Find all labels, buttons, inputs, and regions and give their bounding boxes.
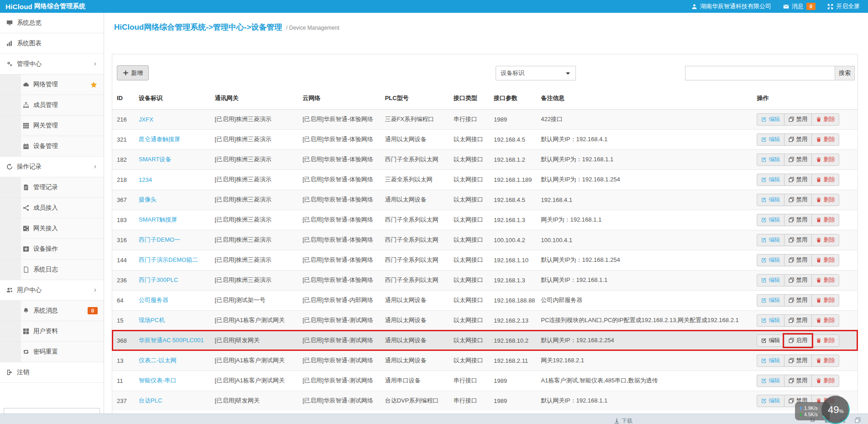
star-icon[interactable] [90, 81, 97, 88]
disable-button[interactable]: 禁用 [784, 133, 812, 146]
delete-button[interactable]: 删除 [811, 113, 839, 126]
edit-button[interactable]: 编辑 [757, 334, 784, 347]
upload-arrow-icon [799, 406, 803, 410]
edit-button[interactable]: 编辑 [757, 294, 784, 307]
device-link[interactable]: 华辰智通AC 500PLC001 [139, 337, 204, 344]
delete-button[interactable]: 删除 [811, 294, 839, 307]
delete-button[interactable]: 删除 [811, 334, 839, 347]
sidebar-item-member-management[interactable]: 成员管理 [0, 95, 104, 116]
sidebar-item-member-access[interactable]: 成员接入 [0, 198, 104, 218]
sidebar-item-system-logs[interactable]: 系统日志 [0, 260, 104, 280]
sidebar-item-label: 网关接入 [33, 224, 58, 233]
sidebar-item-system-overview[interactable]: 系统总览 [0, 13, 104, 33]
device-link[interactable]: 公司服务器 [139, 297, 168, 303]
edit-button[interactable]: 编辑 [757, 254, 784, 266]
pencil-icon [761, 378, 767, 383]
disable-button[interactable]: 禁用 [784, 254, 812, 266]
cell-plc: 通用以太网设备 [380, 330, 449, 350]
sidebar-item-gateway-management[interactable]: 网关管理 [0, 116, 104, 136]
edit-button[interactable]: 编辑 [757, 154, 784, 166]
sidebar-item-user-profile[interactable]: 用户资料 [0, 321, 104, 342]
delete-button[interactable]: 删除 [811, 133, 839, 146]
edit-button[interactable]: 编辑 [757, 133, 784, 146]
disable-button[interactable]: 禁用 [784, 274, 812, 286]
grid-icon [23, 122, 29, 129]
delete-button[interactable]: 删除 [811, 154, 839, 166]
disable-button[interactable]: 禁用 [784, 294, 812, 307]
edit-button[interactable]: 编辑 [757, 314, 784, 327]
fullscreen-toggle[interactable]: 开启全屏 [827, 2, 860, 11]
sidebar-item-system-charts[interactable]: 系统图表 [0, 33, 104, 54]
device-link[interactable]: JXFX [139, 116, 153, 123]
delete-button[interactable]: 删除 [811, 234, 839, 246]
edit-button[interactable]: 编辑 [757, 194, 784, 206]
caret-down-icon [565, 70, 571, 76]
sidebar-item-password-reset[interactable]: 密码重置 [0, 342, 104, 362]
sidebar-item-gateway-access[interactable]: 网关接入 [0, 218, 104, 239]
sidebar-item-operation-logs[interactable]: 操作记录 [0, 157, 104, 177]
device-link[interactable]: 西门子300PLC [139, 276, 178, 283]
edit-button[interactable]: 编辑 [757, 355, 784, 367]
device-link[interactable]: 西门子演示DEMO箱二 [139, 256, 198, 263]
sidebar-item-system-messages[interactable]: 系统消息0 [0, 301, 104, 321]
delete-button[interactable]: 删除 [811, 214, 839, 226]
device-link[interactable]: SMART设备 [139, 156, 171, 163]
enable-button[interactable]: 启用 [784, 334, 812, 347]
sidebar-item-device-operations[interactable]: 设备操作 [0, 239, 104, 260]
cell-param: 192.168.10.2 [489, 330, 536, 350]
sidebar-item-user-center[interactable]: 用户中心 [0, 280, 104, 301]
edit-button[interactable]: 编辑 [757, 113, 784, 126]
add-device-button[interactable]: 新增 [117, 65, 149, 80]
browser-toolbar-icon[interactable] [855, 417, 861, 423]
delete-button[interactable]: 删除 [811, 314, 839, 327]
disable-button[interactable]: 禁用 [784, 375, 812, 387]
delete-button[interactable]: 删除 [811, 355, 839, 367]
search-button[interactable]: 搜索 [835, 66, 855, 80]
disable-button[interactable]: 禁用 [784, 214, 812, 226]
edit-button[interactable]: 编辑 [757, 375, 784, 387]
edit-button[interactable]: 编辑 [757, 214, 784, 226]
clone-icon [789, 378, 794, 383]
company-account-menu[interactable]: 湖南华辰智通科技有限公司 [691, 2, 771, 11]
edit-button[interactable]: 编辑 [757, 395, 784, 407]
edit-button[interactable]: 编辑 [757, 174, 784, 186]
delete-button[interactable]: 删除 [811, 194, 839, 206]
device-link[interactable]: 西门子DEMO一 [139, 236, 180, 243]
sidebar-item-device-management[interactable]: 设备管理 [0, 136, 104, 157]
disable-button[interactable]: 禁用 [784, 314, 812, 327]
search-field-select[interactable]: 设备标识 [496, 66, 576, 80]
cell-param: 1989 [489, 371, 536, 391]
disable-button[interactable]: 禁用 [784, 113, 812, 126]
sidebar-item-network-management[interactable]: 网络管理 [0, 74, 104, 95]
edit-button[interactable]: 编辑 [757, 274, 784, 286]
sidebar-item-management-records[interactable]: 管理记录 [0, 177, 104, 198]
delete-button[interactable]: 删除 [811, 254, 839, 266]
device-link[interactable]: 昆仑通泰触摸屏 [139, 136, 180, 143]
cell-iface: 以太网接口 [449, 210, 489, 230]
device-link[interactable]: 现场PC机 [139, 317, 165, 323]
disable-button[interactable]: 禁用 [784, 174, 812, 186]
messages-menu[interactable]: 消息 0 [783, 2, 816, 11]
device-link[interactable]: 摄像头 [139, 196, 157, 203]
disable-button[interactable]: 禁用 [784, 154, 812, 166]
device-link[interactable]: 1234 [139, 176, 152, 183]
sidebar-item-logout[interactable]: 注销 [0, 362, 104, 383]
edit-button[interactable]: 编辑 [757, 234, 784, 246]
disable-button[interactable]: 禁用 [784, 194, 812, 206]
browser-download-button[interactable]: 下载 [614, 417, 633, 424]
device-link[interactable]: 智能仪表-串口 [139, 377, 176, 384]
device-link[interactable]: SMART触摸屏 [139, 216, 177, 223]
search-input[interactable] [685, 66, 835, 80]
device-link[interactable]: 仪表二-以太网 [139, 357, 176, 364]
table-row: 11智能仪表-串口[已启用]A1栋客户测试网关[已启用]华辰智通-测试网络通用串… [112, 371, 858, 391]
delete-button[interactable]: 删除 [811, 274, 839, 286]
disable-button[interactable]: 禁用 [784, 355, 812, 367]
device-link[interactable]: 台达PLC [139, 397, 162, 404]
trash-icon [816, 358, 821, 363]
delete-button[interactable]: 删除 [811, 174, 839, 186]
table-row: 13仪表二-以太网[已启用]A1栋客户测试网关[已启用]华辰智通-测试网络通用以… [112, 350, 858, 371]
delete-button[interactable]: 删除 [811, 375, 839, 387]
sidebar-item-management-center[interactable]: 管理中心 [0, 54, 104, 74]
clone-icon [789, 257, 794, 263]
disable-button[interactable]: 禁用 [784, 234, 812, 246]
